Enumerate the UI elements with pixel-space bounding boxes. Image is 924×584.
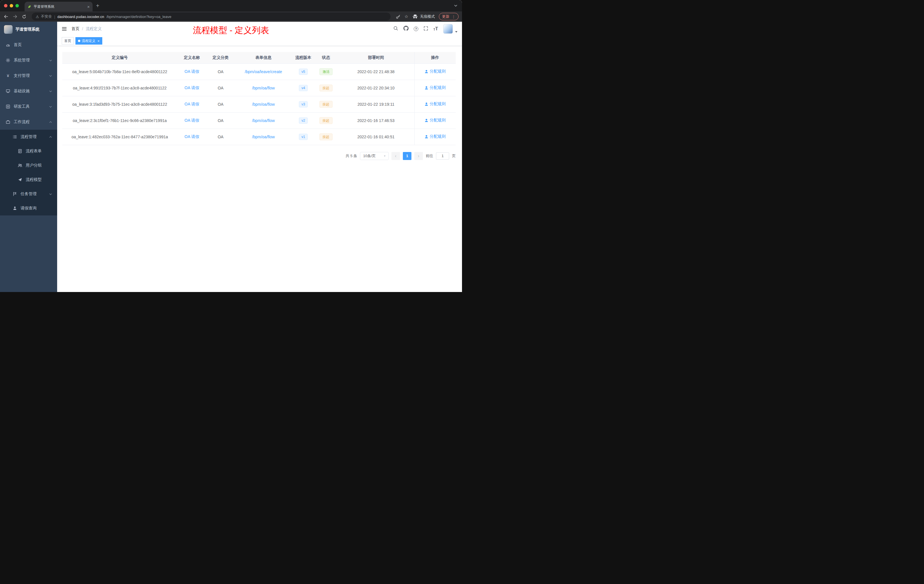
status-badge: 挂起	[319, 101, 333, 108]
users-icon	[18, 163, 22, 168]
col-deploy-time: 部署时间	[338, 52, 414, 63]
cell-status: 挂起	[314, 129, 338, 145]
minimize-window-button[interactable]	[10, 4, 13, 7]
toolbox-icon	[6, 104, 10, 109]
cell-category: OA	[206, 63, 234, 80]
version-badge: v5	[299, 69, 308, 75]
form-link[interactable]: /bpm/oa/flow	[252, 118, 275, 123]
cell-definition-name: OA 请假	[177, 112, 206, 129]
fullscreen-icon[interactable]	[423, 26, 428, 32]
assign-rule-link[interactable]: 分配规则	[424, 134, 446, 139]
next-page-button[interactable]: ›	[414, 152, 423, 160]
version-badge: v1	[299, 134, 308, 140]
current-page-button[interactable]: 1	[403, 152, 411, 160]
new-tab-button[interactable]: +	[96, 3, 99, 8]
assign-rule-link[interactable]: 分配规则	[424, 85, 446, 90]
goto-page-input[interactable]	[436, 152, 449, 160]
more-menu-icon[interactable]: ⋮	[452, 15, 455, 19]
font-size-icon[interactable]: TT	[434, 26, 438, 31]
chrome-update-button[interactable]: 更新 ⋮	[439, 13, 459, 20]
tag-home[interactable]: 首页	[62, 37, 74, 45]
form-link[interactable]: /bpm/oa/flow	[252, 86, 275, 90]
cell-definition-id: oa_leave:3:1fad3d93-7b75-11ec-a3c8-acde4…	[62, 96, 177, 112]
assign-rule-link[interactable]: 分配规则	[424, 101, 446, 107]
user-icon	[424, 70, 428, 73]
assign-rule-link[interactable]: 分配规则	[424, 69, 446, 74]
github-icon[interactable]	[403, 26, 409, 32]
bookmark-star-icon[interactable]: ☆	[404, 14, 408, 19]
cell-form-info: /bpm/oa/flow	[234, 129, 292, 145]
sidebar-item-devtools[interactable]: 研发工具	[0, 99, 57, 114]
sidebar-item-workflow[interactable]: 工作流程	[0, 114, 57, 130]
cell-form-info: /bpm/oa/flow	[234, 112, 292, 129]
col-form-info: 表单信息	[234, 52, 292, 63]
col-definition-id: 定义编号	[62, 52, 177, 63]
breadcrumb-home[interactable]: 首页	[71, 26, 79, 31]
cell-definition-name: OA 请假	[177, 96, 206, 112]
sidebar-item-process-model[interactable]: 流程模型	[0, 173, 57, 187]
browser-tab[interactable]: 芋道管理系统 ×	[25, 2, 92, 12]
gear-icon	[6, 58, 10, 63]
prev-page-button[interactable]: ‹	[391, 152, 400, 160]
sidebar-item-leave-query[interactable]: 请假查询	[0, 201, 57, 215]
sidebar-item-user-group[interactable]: 用户分组	[0, 158, 57, 173]
sidebar-item-task-mgmt[interactable]: 任务管理	[0, 187, 57, 201]
sidebar-item-system[interactable]: 系统管理	[0, 53, 57, 68]
password-key-icon[interactable]	[396, 14, 401, 19]
close-window-button[interactable]	[4, 4, 7, 7]
form-link[interactable]: /bpm/oa/flow	[252, 102, 275, 107]
status-badge: 挂起	[319, 134, 333, 140]
definition-name-link[interactable]: OA 请假	[185, 86, 199, 90]
tab-search-icon[interactable]	[454, 5, 457, 7]
list-icon	[13, 135, 17, 139]
form-link[interactable]: /bpm/oa/flow	[252, 135, 275, 139]
app-root: 芋道管理系统 首页 系统管理 ¥ 支付管	[0, 22, 462, 292]
help-icon[interactable]: ?	[414, 26, 418, 31]
sidebar-item-process-mgmt[interactable]: 流程管理	[0, 130, 57, 144]
assign-rule-link[interactable]: 分配规则	[424, 118, 446, 123]
maximize-window-button[interactable]	[15, 4, 19, 7]
cell-definition-name: OA 请假	[177, 80, 206, 96]
status-badge: 挂起	[319, 84, 333, 91]
chevron-down-icon	[50, 89, 52, 92]
goto-label: 前往	[426, 153, 433, 158]
person-icon	[13, 206, 17, 211]
definition-name-link[interactable]: OA 请假	[185, 102, 199, 106]
cell-deploy-time: 2022-01-22 20:34:10	[338, 80, 414, 96]
yen-icon: ¥	[6, 73, 10, 78]
search-icon[interactable]	[393, 26, 398, 32]
definition-name-link[interactable]: OA 请假	[185, 134, 199, 139]
security-warning[interactable]: ⚠ 不安全	[36, 14, 52, 19]
sidebar-item-home[interactable]: 首页	[0, 37, 57, 53]
tab-title: 芋道管理系统	[34, 4, 85, 9]
cell-version: v2	[292, 112, 314, 129]
tab-close-icon[interactable]: ×	[87, 5, 90, 9]
tag-process-definition[interactable]: 流程定义 ×	[76, 37, 102, 45]
reload-icon[interactable]	[22, 14, 26, 19]
incognito-badge: 无痕模式	[412, 14, 435, 19]
table-row: oa_leave:4:991f2193-7b7f-11ec-a3c8-acde4…	[62, 80, 456, 96]
sidebar-item-infra[interactable]: 基础设施	[0, 83, 57, 99]
sidebar-item-process-form[interactable]: 流程表单	[0, 144, 57, 158]
page-size-select[interactable]: 10条/页 ▾	[360, 152, 389, 160]
tab-favicon	[27, 5, 31, 8]
flag-icon	[13, 192, 17, 196]
url-bar[interactable]: ⚠ 不安全 | dashboard.yudao.iocoder.cn/bpm/m…	[32, 13, 391, 21]
definition-name-link[interactable]: OA 请假	[185, 118, 199, 122]
table-row: oa_leave:3:1fad3d93-7b75-11ec-a3c8-acde4…	[62, 96, 456, 112]
user-avatar[interactable]	[443, 24, 453, 34]
forward-icon[interactable]	[13, 14, 18, 19]
form-link[interactable]: /bpm/oa/leave/create	[245, 69, 282, 74]
status-badge: 挂起	[319, 117, 333, 124]
back-icon[interactable]	[3, 14, 8, 19]
sidebar-item-payment[interactable]: ¥ 支付管理	[0, 68, 57, 83]
avatar-caret-icon[interactable]	[455, 31, 457, 33]
definition-name-link[interactable]: OA 请假	[185, 69, 199, 74]
user-icon	[424, 119, 428, 122]
tag-close-icon[interactable]: ×	[97, 39, 100, 43]
navbar-actions: ? TT	[393, 24, 457, 34]
hamburger-icon[interactable]	[62, 26, 67, 31]
app-navbar: 首页 / 流程定义 ? TT	[57, 22, 462, 36]
cell-actions: 分配规则	[414, 80, 456, 96]
cell-definition-id: oa_leave:4:991f2193-7b7f-11ec-a3c8-acde4…	[62, 80, 177, 96]
